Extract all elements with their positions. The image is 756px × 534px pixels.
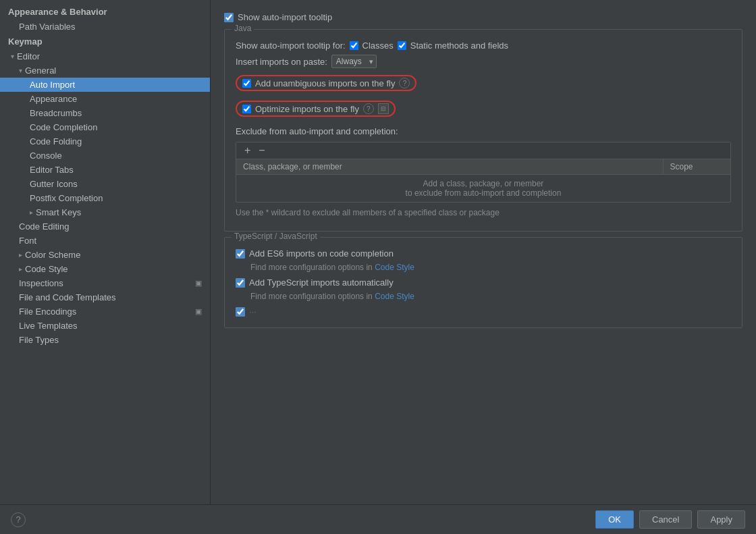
add-ts-row: Add TypeScript imports automatically [236, 277, 731, 288]
ts-section-title: TypeScript / JavaScript [232, 232, 320, 241]
optimize-imports-row: Optimize imports on the fly ? ⊟ [236, 98, 731, 119]
exclude-toolbar: + − [236, 142, 730, 159]
partial-checkbox[interactable] [236, 307, 245, 317]
add-ts-label: Add TypeScript imports automatically [249, 277, 394, 288]
cancel-button[interactable]: Cancel [639, 510, 692, 529]
add-ts-checkbox[interactable] [236, 278, 245, 288]
add-unambiguous-highlight: Add unambiguous imports on the fly ? [236, 75, 416, 91]
show-auto-import-tooltip-label: Show auto-import tooltip [238, 12, 332, 22]
chevron-right-icon: ▸ [19, 251, 22, 259]
chevron-right-icon: ▸ [19, 265, 22, 273]
sidebar-item-code-completion[interactable]: Code Completion [0, 120, 210, 134]
optimize-imports-label: Optimize imports on the fly [255, 104, 359, 114]
static-methods-label: Static methods and fields [410, 41, 508, 51]
sidebar-item-auto-import[interactable]: Auto Import [0, 78, 210, 92]
settings-content: Show auto-import tooltip Java Show auto-… [211, 0, 756, 504]
static-methods-checkbox[interactable] [398, 41, 406, 50]
sidebar-item-path-variables[interactable]: Path Variables [0, 20, 210, 34]
ok-button[interactable]: OK [595, 510, 634, 529]
show-tooltip-for-row: Show auto-import tooltip for: Classes St… [236, 41, 731, 51]
sidebar-item-general[interactable]: ▾ General [0, 63, 210, 78]
sidebar-item-file-encodings[interactable]: File Encodings ▣ [0, 304, 210, 319]
optimize-imports-highlight: Optimize imports on the fly ? ⊟ [236, 101, 396, 117]
bottom-buttons: OK Cancel Apply [595, 510, 745, 529]
wildcard-note: Use the * wildcard to exclude all member… [236, 208, 731, 217]
sidebar-item-code-folding[interactable]: Code Folding [0, 134, 210, 149]
code-style-link-2[interactable]: Code Style [375, 292, 414, 301]
sidebar-item-color-scheme[interactable]: ▸ Color Scheme [0, 248, 210, 262]
sidebar-item-smart-keys[interactable]: ▸ Smart Keys [0, 205, 210, 219]
show-auto-import-tooltip-checkbox[interactable] [224, 13, 234, 22]
help-icon-2[interactable]: ? [363, 103, 374, 114]
find-more-1: Find more configuration options in Code … [250, 263, 731, 272]
show-tooltip-for-label: Show auto-import tooltip for: [236, 41, 346, 51]
sidebar-item-postfix-completion[interactable]: Postfix Completion [0, 191, 210, 205]
add-unambiguous-row: Add unambiguous imports on the fly ? [236, 72, 731, 94]
add-exclude-button[interactable]: + [242, 145, 253, 156]
sidebar-item-font[interactable]: Font [0, 234, 210, 248]
insert-imports-dropdown[interactable]: Always Ask Never [331, 55, 377, 68]
add-es6-label: Add ES6 imports on code completion [249, 248, 394, 259]
copy-icon[interactable]: ⊟ [378, 103, 389, 114]
exclude-empty: Add a class, package, or member to exclu… [236, 175, 730, 203]
help-button[interactable]: ? [11, 512, 26, 527]
add-es6-row: Add ES6 imports on code completion [236, 248, 731, 259]
col-scope-header: Scope [663, 159, 730, 175]
sidebar-item-file-code-templates[interactable]: File and Code Templates [0, 290, 210, 304]
partial-checkbox-row: ··· [236, 306, 731, 317]
optimize-imports-checkbox[interactable] [242, 105, 251, 113]
chevron-down-icon: ▾ [19, 67, 22, 74]
sidebar-item-live-templates[interactable]: Live Templates [0, 319, 210, 333]
sidebar-item-file-types[interactable]: File Types [0, 333, 210, 347]
add-unambiguous-label: Add unambiguous imports on the fly [255, 78, 395, 88]
sidebar-item-code-style[interactable]: ▸ Code Style [0, 262, 210, 276]
sidebar-item-gutter-icons[interactable]: Gutter Icons [0, 177, 210, 191]
add-es6-checkbox[interactable] [236, 249, 245, 259]
apply-button[interactable]: Apply [697, 510, 745, 529]
help-icon[interactable]: ? [399, 78, 410, 88]
settings-icon: ▣ [195, 279, 202, 288]
add-unambiguous-checkbox[interactable] [242, 79, 251, 88]
sidebar-item-code-editing[interactable]: Code Editing [0, 219, 210, 234]
sidebar-item-appearance[interactable]: Appearance [0, 92, 210, 106]
java-section-title: Java [232, 24, 254, 33]
code-style-link-1[interactable]: Code Style [375, 263, 414, 272]
sidebar-item-editor[interactable]: ▾ Editor [0, 49, 210, 63]
sidebar-header-keymap: Keymap [0, 34, 210, 49]
settings-icon: ▣ [195, 307, 202, 316]
classes-checkbox[interactable] [350, 41, 358, 50]
typescript-section: TypeScript / JavaScript Add ES6 imports … [224, 237, 742, 328]
show-auto-import-tooltip-row: Show auto-import tooltip [224, 12, 742, 22]
exclude-section: + − Class, package, or member Scope Add … [236, 142, 731, 203]
insert-imports-label: Insert imports on paste: [236, 57, 327, 67]
java-section: Java Show auto-import tooltip for: Class… [224, 29, 742, 232]
sidebar-item-editor-tabs[interactable]: Editor Tabs [0, 163, 210, 177]
remove-exclude-button[interactable]: − [256, 145, 267, 156]
col-class-header: Class, package, or member [236, 159, 663, 175]
insert-imports-row: Insert imports on paste: Always Ask Neve… [236, 55, 731, 68]
exclude-label: Exclude from auto-import and completion: [236, 126, 731, 136]
partial-label: ··· [249, 306, 256, 317]
exclude-table: Class, package, or member Scope Add a cl… [236, 159, 730, 202]
sidebar: Appearance & Behavior Path Variables Key… [0, 0, 211, 504]
sidebar-item-breadcrumbs[interactable]: Breadcrumbs [0, 106, 210, 120]
classes-label: Classes [362, 41, 394, 51]
chevron-right-icon: ▸ [30, 209, 33, 216]
find-more-2: Find more configuration options in Code … [250, 292, 731, 301]
sidebar-item-console[interactable]: Console [0, 149, 210, 163]
sidebar-header-appearance: Appearance & Behavior [0, 4, 210, 20]
sidebar-item-inspections[interactable]: Inspections ▣ [0, 276, 210, 290]
bottom-bar: ? OK Cancel Apply [0, 504, 756, 534]
chevron-down-icon: ▾ [11, 53, 14, 60]
